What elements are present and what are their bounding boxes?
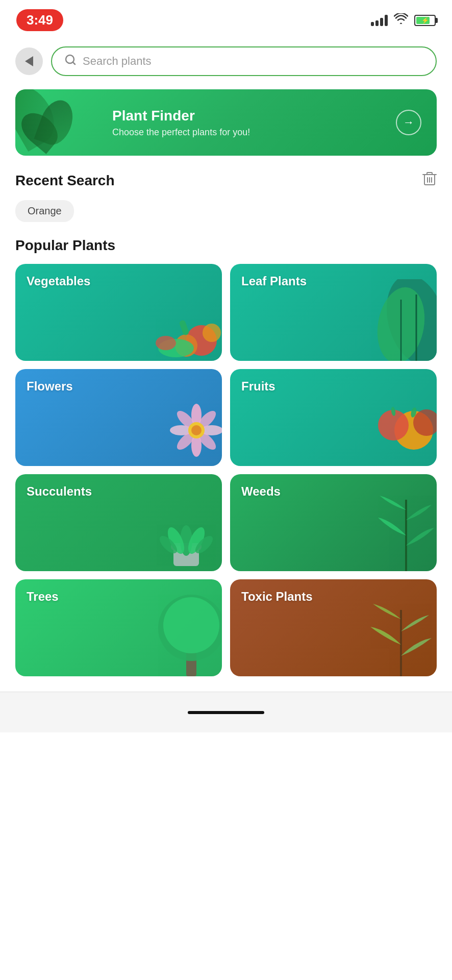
recent-search-section: Recent Search Orange xyxy=(0,166,452,227)
svg-point-9 xyxy=(203,324,221,342)
flowers-art xyxy=(140,384,222,466)
plant-card-fruits[interactable]: Fruits xyxy=(230,369,437,466)
time-display: 3:49 xyxy=(16,9,63,31)
battery-icon: ⚡ xyxy=(414,15,436,26)
popular-plants-title: Popular Plants xyxy=(15,237,437,254)
plants-grid: Vegetables Leaf Plants xyxy=(15,264,437,676)
back-arrow-icon xyxy=(25,56,33,66)
recent-tag-orange[interactable]: Orange xyxy=(15,200,74,222)
svg-point-42 xyxy=(163,597,219,653)
plant-card-trees[interactable]: Trees xyxy=(15,579,222,676)
plant-label-succulents: Succulents xyxy=(27,484,92,499)
home-indicator xyxy=(188,711,264,714)
plant-label-trees: Trees xyxy=(27,590,59,604)
clear-recent-button[interactable] xyxy=(422,171,437,190)
banner-subtitle: Choose the perfect plants for you! xyxy=(112,127,396,138)
svg-line-1 xyxy=(73,62,75,64)
banner-decoration xyxy=(15,89,107,156)
svg-point-26 xyxy=(191,425,202,435)
plant-label-flowers: Flowers xyxy=(27,379,73,394)
recent-tags-list: Orange xyxy=(15,200,437,222)
banner-arrow-button[interactable]: → xyxy=(396,110,421,135)
plant-card-succulents[interactable]: Succulents xyxy=(15,474,222,571)
svg-rect-10 xyxy=(179,320,190,336)
trees-art xyxy=(138,587,222,676)
signal-icon xyxy=(371,15,388,26)
weeds-art xyxy=(355,484,437,571)
plant-label-fruits: Fruits xyxy=(241,379,275,394)
plant-card-vegetables[interactable]: Vegetables xyxy=(15,264,222,361)
search-icon xyxy=(64,54,77,69)
plant-card-toxic-plants[interactable]: Toxic Plants xyxy=(230,579,437,676)
search-area: Search plants xyxy=(0,36,452,84)
status-icons: ⚡ xyxy=(371,13,436,28)
toxic-plants-art xyxy=(355,590,437,676)
plant-card-flowers[interactable]: Flowers xyxy=(15,369,222,466)
search-bar[interactable]: Search plants xyxy=(51,46,437,76)
plant-label-vegetables: Vegetables xyxy=(27,274,90,288)
wifi-icon xyxy=(394,13,408,28)
svg-point-11 xyxy=(156,336,176,350)
plant-label-toxic-plants: Toxic Plants xyxy=(241,590,313,604)
status-bar: 3:49 ⚡ xyxy=(0,0,452,36)
vegetables-art xyxy=(130,289,222,361)
plant-label-leaf-plants: Leaf Plants xyxy=(241,274,307,288)
succulents-art xyxy=(140,489,222,571)
fruits-art xyxy=(347,384,437,466)
plant-card-weeds[interactable]: Weeds xyxy=(230,474,437,571)
plant-card-leaf-plants[interactable]: Leaf Plants xyxy=(230,264,437,361)
recent-search-header: Recent Search xyxy=(15,171,437,190)
plant-label-weeds: Weeds xyxy=(241,484,281,499)
recent-search-title: Recent Search xyxy=(15,173,115,189)
banner-title: Plant Finder xyxy=(112,108,396,124)
plant-finder-banner[interactable]: Plant Finder Choose the perfect plants f… xyxy=(15,89,437,156)
search-placeholder: Search plants xyxy=(83,55,152,68)
back-button[interactable] xyxy=(15,47,43,75)
banner-text: Plant Finder Choose the perfect plants f… xyxy=(112,108,396,138)
popular-plants-section: Popular Plants Vegetables xyxy=(0,227,452,692)
leaf-plants-art xyxy=(350,279,437,361)
bottom-bar xyxy=(0,692,452,732)
